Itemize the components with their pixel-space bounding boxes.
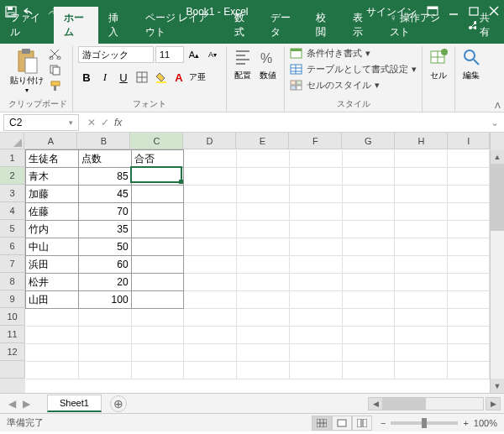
italic-button[interactable]: I: [97, 69, 113, 86]
cell-E7[interactable]: [237, 256, 290, 274]
cell-G10[interactable]: [342, 309, 395, 327]
view-page-layout-icon[interactable]: [332, 416, 352, 431]
cell-F13[interactable]: [289, 362, 342, 379]
scroll-thumb[interactable]: [491, 164, 504, 231]
cell-A8[interactable]: 松井: [26, 274, 79, 291]
cell-E13[interactable]: [237, 362, 290, 379]
cell-B12[interactable]: [78, 344, 131, 362]
cell-I7[interactable]: [448, 256, 490, 274]
cell-I11[interactable]: [448, 327, 490, 344]
cell-B2[interactable]: 85: [78, 168, 131, 186]
cells-grid[interactable]: 生徒名点数合否青木85加藤45佐藤70竹内35中山50浜田60松井20山田100: [25, 149, 490, 393]
cell-F11[interactable]: [289, 327, 342, 344]
scroll-down-icon[interactable]: ▼: [491, 379, 504, 393]
cell-H8[interactable]: [395, 274, 448, 291]
hscroll-left-icon[interactable]: ◀: [368, 397, 383, 410]
cell-H10[interactable]: [395, 309, 448, 327]
cell-F1[interactable]: [289, 150, 342, 168]
cell-F7[interactable]: [289, 256, 342, 274]
cell-I9[interactable]: [448, 291, 490, 309]
cell-A2[interactable]: 青木: [26, 168, 79, 186]
cell-H1[interactable]: [395, 150, 448, 168]
cell-C5[interactable]: [131, 221, 184, 238]
cell-A11[interactable]: [26, 327, 79, 344]
cell-E12[interactable]: [237, 344, 290, 362]
row-header-9[interactable]: 9: [0, 290, 25, 308]
cancel-icon[interactable]: ✕: [87, 117, 96, 128]
cell-C6[interactable]: [131, 238, 184, 256]
font-size-input[interactable]: [155, 46, 184, 63]
cell-I2[interactable]: [448, 168, 490, 186]
increase-font-icon[interactable]: A▴: [186, 46, 202, 63]
copy-icon[interactable]: [49, 64, 62, 78]
row-header-12[interactable]: 12: [0, 343, 25, 361]
select-all[interactable]: [0, 133, 24, 149]
bold-button[interactable]: B: [78, 69, 95, 86]
cell-I5[interactable]: [448, 221, 490, 238]
sheet-tab-1[interactable]: Sheet1: [47, 395, 102, 412]
cell-F9[interactable]: [289, 291, 342, 309]
cell-H11[interactable]: [395, 327, 448, 344]
scroll-up-icon[interactable]: ▲: [491, 149, 504, 164]
fx-icon[interactable]: fx: [114, 117, 122, 128]
cell-A12[interactable]: [26, 344, 79, 362]
cell-D1[interactable]: [184, 150, 237, 168]
row-header-1[interactable]: 1: [0, 149, 25, 167]
cell-D5[interactable]: [184, 221, 237, 238]
cell-I13[interactable]: [448, 362, 490, 379]
cell-A9[interactable]: 山田: [26, 291, 79, 309]
cell-C1[interactable]: 合否: [131, 150, 184, 168]
cell-D2[interactable]: [184, 168, 237, 186]
cell-C11[interactable]: [131, 327, 184, 344]
cell-D10[interactable]: [184, 309, 237, 327]
font-color-icon[interactable]: A: [171, 69, 187, 86]
row-header-2[interactable]: 2: [0, 167, 25, 185]
cell-C3[interactable]: [131, 186, 184, 203]
cell-G2[interactable]: [342, 168, 395, 186]
cell-G13[interactable]: [342, 362, 395, 379]
cell-C2[interactable]: [131, 168, 184, 186]
add-sheet-button[interactable]: ⊕: [110, 395, 127, 412]
cell-D13[interactable]: [184, 362, 237, 379]
column-header-C[interactable]: C: [130, 133, 183, 149]
cell-E8[interactable]: [237, 274, 290, 291]
cell-F5[interactable]: [289, 221, 342, 238]
cell-E3[interactable]: [237, 186, 290, 203]
cells-button[interactable]: セル: [428, 46, 449, 83]
collapse-ribbon-icon[interactable]: ᐱ: [495, 101, 501, 110]
cell-A4[interactable]: 佐藤: [26, 203, 79, 221]
column-header-B[interactable]: B: [77, 133, 130, 149]
cell-A5[interactable]: 竹内: [26, 221, 79, 238]
cell-F3[interactable]: [289, 186, 342, 203]
cell-C12[interactable]: [131, 344, 184, 362]
column-header-F[interactable]: F: [289, 133, 342, 149]
row-header-7[interactable]: 7: [0, 255, 25, 273]
cell-B11[interactable]: [78, 327, 131, 344]
cell-H13[interactable]: [395, 362, 448, 379]
column-header-E[interactable]: E: [236, 133, 289, 149]
cell-D9[interactable]: [184, 291, 237, 309]
sheet-next-icon[interactable]: ▶: [23, 398, 30, 410]
cell-B1[interactable]: 点数: [78, 150, 131, 168]
column-header-D[interactable]: D: [183, 133, 236, 149]
fill-color-icon[interactable]: [152, 69, 169, 86]
cell-D11[interactable]: [184, 327, 237, 344]
format-as-table-button[interactable]: テーブルとして書式設定 ▾: [290, 62, 417, 76]
enter-icon[interactable]: ✓: [101, 117, 109, 128]
vertical-scrollbar[interactable]: ▲ ▼: [490, 149, 504, 393]
expand-formula-icon[interactable]: ⌄: [486, 117, 504, 128]
tab-formulas[interactable]: 数式: [224, 7, 261, 44]
cell-C9[interactable]: [131, 291, 184, 309]
row-header-4[interactable]: 4: [0, 202, 25, 220]
tab-view[interactable]: 表示: [343, 7, 380, 44]
row-header-3[interactable]: 3: [0, 185, 25, 202]
cell-E2[interactable]: [237, 168, 290, 186]
cell-I1[interactable]: [448, 150, 490, 168]
cell-I4[interactable]: [448, 203, 490, 221]
cell-E5[interactable]: [237, 221, 290, 238]
cell-H6[interactable]: [395, 238, 448, 256]
tab-share[interactable]: 共有: [458, 7, 504, 44]
phonetic-icon[interactable]: ア亜: [189, 69, 206, 86]
conditional-format-button[interactable]: 条件付き書式 ▾: [290, 46, 370, 60]
cell-C8[interactable]: [131, 274, 184, 291]
